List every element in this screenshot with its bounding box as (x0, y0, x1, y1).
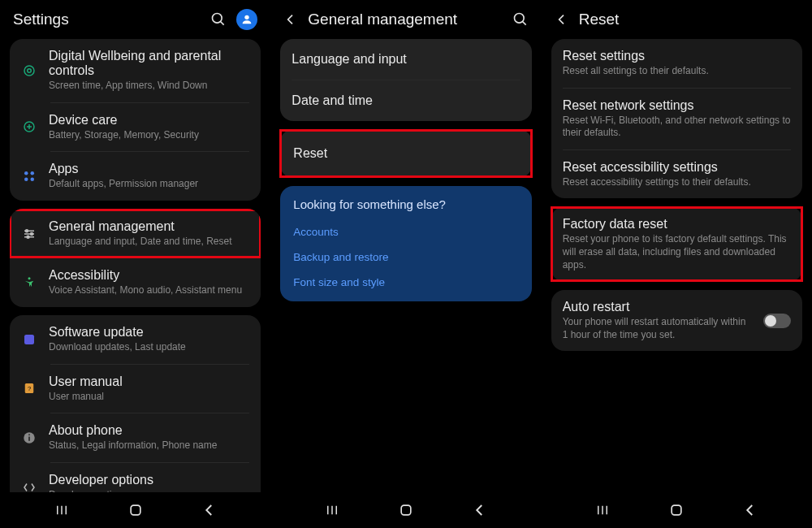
row-language-input[interactable]: Language and input (280, 39, 531, 80)
svg-text:?: ? (28, 385, 31, 392)
svg-point-12 (27, 236, 29, 238)
apps-icon (21, 168, 37, 184)
auto-restart-toggle[interactable] (763, 314, 791, 328)
row-sub: Status, Legal information, Phone name (49, 439, 249, 452)
info-icon (21, 430, 37, 446)
reset-screen: Reset Reset settingsReset all settings t… (542, 0, 812, 528)
home-button[interactable] (666, 500, 687, 521)
looking-title: Looking for something else? (280, 186, 531, 219)
reset-group-auto: Auto restartYour phone will restart auto… (551, 290, 802, 351)
row-sub: Voice Assistant, Mono audio, Assistant m… (49, 284, 249, 297)
row-label: Factory data reset (563, 217, 791, 232)
row-sub: Reset Wi-Fi, Bluetooth, and other networ… (563, 115, 791, 140)
nav-bar (270, 492, 541, 528)
svg-rect-20 (131, 505, 140, 515)
svg-point-9 (31, 177, 35, 181)
wellbeing-icon (21, 63, 37, 79)
profile-avatar[interactable] (236, 9, 257, 30)
recents-button[interactable] (322, 500, 343, 521)
row-factory-reset[interactable]: Factory data resetReset your phone to it… (551, 206, 803, 282)
row-reset-network[interactable]: Reset network settingsReset Wi-Fi, Bluet… (551, 89, 802, 149)
svg-point-8 (24, 177, 28, 181)
svg-rect-18 (28, 436, 30, 440)
header: Settings (0, 0, 270, 39)
row-developer-options[interactable]: Developer optionsDeveloper options (10, 463, 261, 492)
row-device-care[interactable]: Device careBattery, Storage, Memory, Sec… (10, 103, 261, 152)
back-icon[interactable] (283, 12, 298, 27)
row-reset-accessibility[interactable]: Reset accessibility settingsReset access… (551, 150, 802, 199)
row-label: About phone (49, 423, 249, 438)
back-button[interactable] (740, 500, 761, 521)
row-sub: User manual (49, 391, 249, 404)
manual-icon: ? (21, 380, 37, 396)
svg-point-2 (245, 15, 249, 19)
svg-rect-19 (28, 434, 30, 435)
page-title: General management (308, 11, 502, 28)
row-auto-restart[interactable]: Auto restartYour phone will restart auto… (551, 290, 802, 351)
search-icon[interactable] (512, 11, 529, 28)
link-backup-restore[interactable]: Backup and restore (280, 245, 531, 270)
page-title: Reset (579, 11, 799, 28)
svg-point-7 (31, 171, 35, 175)
row-label: Language and input (292, 52, 520, 67)
reset-group-1: Reset settingsReset all settings to thei… (551, 39, 802, 198)
row-label: Reset settings (563, 49, 791, 63)
gm-group-1: Language and input Date and time (280, 39, 531, 121)
row-about-phone[interactable]: About phoneStatus, Legal information, Ph… (10, 413, 261, 462)
device-care-icon (21, 119, 37, 135)
link-accounts[interactable]: Accounts (280, 219, 531, 245)
svg-point-10 (26, 229, 28, 232)
page-title: Settings (13, 11, 201, 28)
header: General management (270, 0, 541, 39)
sliders-icon (21, 226, 37, 242)
row-sub: Download updates, Last update (49, 341, 249, 354)
row-software-update[interactable]: Software updateDownload updates, Last up… (10, 315, 261, 364)
recents-button[interactable] (592, 500, 613, 521)
general-management-screen: General management Language and input Da… (270, 0, 541, 528)
row-reset-settings[interactable]: Reset settingsReset all settings to thei… (551, 39, 802, 88)
row-digital-wellbeing[interactable]: Digital Wellbeing and parental controlsS… (10, 39, 261, 102)
home-button[interactable] (125, 500, 146, 521)
svg-rect-24 (672, 505, 681, 515)
row-label: Developer options (49, 473, 249, 487)
row-apps[interactable]: AppsDefault apps, Permission manager (10, 152, 261, 201)
row-label: Software update (49, 325, 249, 340)
row-label: Reset network settings (563, 98, 791, 113)
row-user-manual[interactable]: ? User manualUser manual (10, 365, 261, 413)
svg-point-4 (28, 69, 32, 73)
row-sub: Screen time, App timers, Wind Down (49, 80, 249, 93)
row-label: Auto restart (563, 300, 752, 314)
svg-point-11 (31, 232, 33, 235)
header: Reset (542, 0, 812, 39)
back-icon[interactable] (555, 12, 569, 27)
row-sub: Default apps, Permission manager (49, 178, 249, 191)
nav-bar (0, 492, 270, 528)
dev-icon (21, 479, 37, 492)
row-sub: Developer options (49, 489, 249, 492)
svg-rect-14 (24, 335, 34, 344)
svg-rect-23 (401, 505, 411, 515)
row-accessibility[interactable]: AccessibilityVoice Assistant, Mono audio… (10, 258, 261, 307)
svg-point-3 (24, 66, 34, 76)
settings-group-3: Software updateDownload updates, Last up… (10, 315, 261, 492)
row-general-management[interactable]: General managementLanguage and input, Da… (10, 209, 261, 259)
row-sub: Your phone will restart automatically wi… (563, 316, 752, 341)
row-label: User manual (49, 374, 249, 389)
svg-line-22 (522, 22, 525, 25)
home-button[interactable] (395, 500, 417, 521)
svg-point-6 (24, 171, 28, 175)
row-label: Reset accessibility settings (563, 160, 791, 175)
row-label: Accessibility (49, 268, 249, 283)
row-label: Device care (49, 113, 249, 128)
reset-group-factory: Factory data resetReset your phone to it… (551, 206, 802, 282)
search-icon[interactable] (210, 11, 227, 28)
recents-button[interactable] (51, 500, 72, 521)
settings-group-1: Digital Wellbeing and parental controlsS… (10, 39, 261, 201)
row-reset[interactable]: Reset (279, 129, 532, 178)
back-button[interactable] (199, 500, 220, 521)
gm-group-reset: Reset (280, 129, 531, 178)
row-label: General management (49, 219, 249, 234)
back-button[interactable] (469, 500, 490, 521)
link-font-size[interactable]: Font size and style (280, 270, 531, 301)
row-date-time[interactable]: Date and time (280, 80, 531, 121)
